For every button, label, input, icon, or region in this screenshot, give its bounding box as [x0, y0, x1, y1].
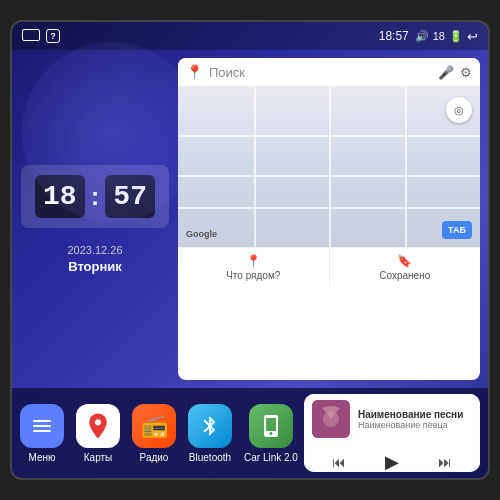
carlink-icon-img	[249, 404, 293, 448]
google-logo: Google	[186, 229, 217, 239]
music-next-btn[interactable]: ⏭	[431, 448, 459, 472]
music-player: Наименование песни Наименование певца ⏮ …	[304, 394, 480, 472]
music-title: Наименование песни	[358, 409, 472, 420]
bottom-bar: Меню Карты 📻 Радио	[12, 388, 488, 478]
battery-value: 18	[433, 30, 445, 42]
saved-label: Сохранено	[379, 270, 430, 281]
map-mic-icon[interactable]: 🎤	[438, 65, 454, 80]
carlink-label: Car Link 2.0	[244, 452, 298, 463]
map-nav-btn[interactable]: ТАБ	[442, 221, 472, 239]
map-area[interactable]: ◎ ТАБ Google	[178, 87, 480, 247]
home-icon	[22, 29, 40, 41]
map-pin-icon: 📍	[186, 64, 203, 80]
day-text: Вторник	[67, 259, 122, 274]
music-top: Наименование песни Наименование певца	[304, 394, 480, 444]
clock-hours: 18	[35, 175, 85, 218]
device-frame: ? 18:57 🔊 18 🔋 ↩ 18 : 57 2023.12.26 Втор…	[10, 20, 490, 480]
bt-icon-img	[188, 404, 232, 448]
music-prev-btn[interactable]: ⏮	[325, 448, 353, 472]
saved-icon: 🔖	[397, 254, 412, 268]
music-controls: ⏮ ▶ ⏭	[304, 444, 480, 472]
map-location-btn[interactable]: ◎	[446, 97, 472, 123]
map-search-input[interactable]: Поиск	[209, 65, 432, 80]
clock-widget: 18 : 57	[21, 165, 169, 228]
question-icon: ?	[46, 29, 60, 43]
map-nearby-btn[interactable]: 📍 Что рядом?	[178, 248, 330, 287]
music-play-btn[interactable]: ▶	[378, 448, 406, 472]
left-panel: 18 : 57 2023.12.26 Вторник	[20, 58, 170, 380]
app-icons: Меню Карты 📻 Радио	[20, 394, 298, 472]
date-info: 2023.12.26 Вторник	[67, 244, 122, 274]
svg-rect-2	[33, 430, 51, 432]
nearby-label: Что рядом?	[226, 270, 280, 281]
bt-label: Bluetooth	[189, 452, 231, 463]
music-album-art	[312, 400, 350, 438]
app-maps[interactable]: Карты	[76, 404, 120, 463]
app-menu[interactable]: Меню	[20, 404, 64, 463]
map-search-bar[interactable]: 📍 Поиск 🎤 ⚙	[178, 58, 480, 87]
music-info: Наименование песни Наименование певца	[358, 409, 472, 430]
menu-icon-img	[20, 404, 64, 448]
map-right-controls: ◎	[446, 97, 472, 123]
battery-icon: 🔋	[449, 30, 463, 43]
map-bottom-bar: 📍 Что рядом? 🔖 Сохранено	[178, 247, 480, 287]
radio-icon-img: 📻	[132, 404, 176, 448]
clock-separator: :	[91, 181, 100, 212]
map-gear-icon[interactable]: ⚙	[460, 65, 472, 80]
status-icons: 🔊 18 🔋 ↩	[415, 29, 478, 44]
volume-icon: 🔊	[415, 30, 429, 43]
maps-label: Карты	[84, 452, 113, 463]
status-left-icons: ?	[22, 29, 60, 43]
map-saved-btn[interactable]: 🔖 Сохранено	[330, 248, 481, 287]
map-streets	[178, 87, 480, 247]
app-carlink[interactable]: Car Link 2.0	[244, 404, 298, 463]
maps-icon-img	[76, 404, 120, 448]
svg-rect-1	[33, 425, 51, 427]
map-panel[interactable]: 📍 Поиск 🎤 ⚙ ◎ ТАБ Googl	[178, 58, 480, 380]
music-album-art-inner	[312, 400, 350, 438]
app-bluetooth[interactable]: Bluetooth	[188, 404, 232, 463]
back-icon[interactable]: ↩	[467, 29, 478, 44]
main-area: 18 : 57 2023.12.26 Вторник 📍 Поиск 🎤 ⚙	[12, 50, 488, 388]
status-bar: ? 18:57 🔊 18 🔋 ↩	[12, 22, 488, 50]
status-time: 18:57	[379, 29, 409, 43]
menu-label: Меню	[28, 452, 55, 463]
date-text: 2023.12.26	[67, 244, 122, 256]
music-artist: Наименование певца	[358, 420, 472, 430]
nearby-icon: 📍	[246, 254, 261, 268]
clock-minutes: 57	[105, 175, 155, 218]
svg-rect-0	[33, 420, 51, 422]
radio-label: Радио	[140, 452, 169, 463]
app-radio[interactable]: 📻 Радио	[132, 404, 176, 463]
